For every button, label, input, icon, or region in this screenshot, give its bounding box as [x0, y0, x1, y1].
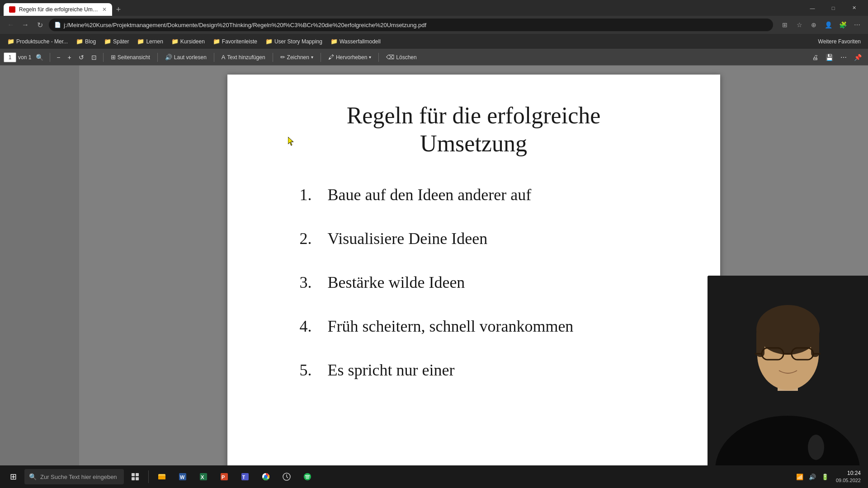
bookmark-kursideen[interactable]: 📁 Kursideen — [168, 36, 208, 47]
window-controls: — □ ✕ — [802, 0, 864, 16]
highlight-dropdown-icon: ▾ — [369, 55, 371, 60]
tray-network-icon[interactable]: 📶 — [794, 471, 805, 482]
tab-close-button[interactable]: ✕ — [102, 6, 107, 13]
bookmark-spaeter[interactable]: 📁 Später — [100, 36, 132, 47]
file-icon: 📄 — [54, 22, 61, 28]
bookmark-lernen[interactable]: 📁 Lernen — [133, 36, 166, 47]
list-item: 3. Bestärke wilde Ideen — [300, 273, 648, 292]
tray-volume-icon[interactable]: 🔊 — [807, 471, 818, 482]
svg-text:P: P — [222, 474, 225, 480]
separator — [103, 53, 104, 62]
pdf-list: 1. Baue auf den Ideen anderer auf 2. Vis… — [300, 185, 648, 380]
person-silhouette — [708, 276, 868, 465]
page-number-input[interactable] — [4, 52, 16, 62]
page-view-button[interactable]: ⊞ Seitenansicht — [107, 52, 154, 62]
taskbar-separator — [148, 470, 149, 483]
taskbar-excel-button[interactable]: X — [194, 467, 213, 486]
zoom-out-button[interactable]: − — [54, 53, 63, 62]
favorites-icon[interactable]: ☆ — [794, 21, 805, 28]
pdf-right-tools: 🖨 💾 ⋯ 📌 — [809, 53, 864, 62]
folder-icon: 📁 — [213, 38, 220, 45]
draw-icon: ✏ — [280, 54, 285, 61]
folder-icon: 📁 — [137, 38, 144, 45]
folder-icon: 📁 — [330, 38, 338, 45]
separator — [50, 53, 50, 62]
add-text-label: Text hinzufügen — [227, 54, 265, 61]
url-display: j:/Meine%20Kurse/Projektmanagement/Dokum… — [64, 22, 768, 28]
start-button[interactable]: ⊞ — [4, 467, 23, 486]
pdf-print-button[interactable]: 🖨 — [809, 53, 821, 62]
more-bookmarks-button[interactable]: Weitere Favoriten — [815, 37, 864, 47]
folder-icon: 📁 — [265, 38, 273, 45]
bookmark-user-story-mapping[interactable]: 📁 User Story Mapping — [262, 36, 326, 47]
system-clock[interactable]: 10:24 09.05.2022 — [832, 469, 864, 484]
maximize-button[interactable]: □ — [823, 0, 844, 16]
taskbar: ⊞ 🔍 Zur Suche Text hier eingeben W X P T… — [0, 465, 868, 488]
highlight-icon: 🖍 — [328, 54, 334, 61]
add-text-button[interactable]: A Text hinzufügen — [218, 52, 269, 62]
bookmark-blog[interactable]: 📁 Blog — [72, 36, 99, 47]
taskbar-ppt-button[interactable]: P — [215, 467, 234, 486]
bookmark-wasserfallmodell[interactable]: 📁 Wasserfallmodell — [327, 36, 384, 47]
pdf-search-button[interactable]: 🔍 — [33, 53, 46, 62]
browser-chrome: Regeln für die erfolgreiche Ums... ✕ + —… — [0, 0, 868, 66]
clock-time: 10:24 — [836, 469, 861, 477]
reload-button[interactable]: ↻ — [34, 21, 45, 29]
taskbar-explorer-button[interactable] — [152, 467, 171, 486]
pdf-save-button[interactable]: 💾 — [823, 53, 836, 62]
svg-text:T: T — [242, 475, 245, 480]
tab-favicon — [9, 6, 15, 13]
reader-mode-icon[interactable]: ⊞ — [779, 21, 790, 28]
close-button[interactable]: ✕ — [844, 0, 864, 16]
address-box[interactable]: 📄 j:/Meine%20Kurse/Projektmanagement/Dok… — [49, 19, 773, 31]
draw-button[interactable]: ✏ Zeichnen ▾ — [277, 52, 317, 62]
bookmark-produktsuche[interactable]: 📁 Produktsuche - Mer... — [4, 36, 71, 47]
profile-icon[interactable]: 👤 — [823, 21, 834, 28]
taskbar-teams-button[interactable]: T — [236, 467, 255, 486]
erase-label: Löschen — [396, 54, 416, 61]
svg-point-13 — [808, 435, 824, 460]
svg-point-5 — [756, 305, 820, 355]
svg-line-33 — [287, 477, 288, 478]
zoom-in-button[interactable]: + — [65, 53, 74, 62]
windows-icon: ⊞ — [10, 472, 17, 482]
taskbar-word-button[interactable]: W — [173, 467, 192, 486]
forward-button[interactable]: → — [20, 21, 31, 29]
taskbar-chrome-button[interactable] — [256, 467, 275, 486]
taskbar-clock-button[interactable] — [277, 467, 296, 486]
separator — [273, 53, 273, 62]
extensions-icon[interactable]: 🧩 — [837, 21, 848, 28]
separator — [157, 53, 158, 62]
read-aloud-icon: 🔊 — [165, 54, 172, 61]
active-tab[interactable]: Regeln für die erfolgreiche Ums... ✕ — [4, 3, 112, 16]
more-tools-icon[interactable]: ⋯ — [852, 21, 863, 28]
title-bar: Regeln für die erfolgreiche Ums... ✕ + —… — [0, 0, 868, 16]
item-number: 5. — [300, 361, 322, 380]
taskbar-search[interactable]: 🔍 Zur Suche Text hier eingeben — [24, 469, 124, 484]
tray-battery-icon[interactable]: 🔋 — [820, 471, 830, 482]
collections-icon[interactable]: ⊕ — [808, 21, 819, 28]
task-view-button[interactable] — [126, 467, 145, 486]
highlight-button[interactable]: 🖍 Hervorheben ▾ — [325, 52, 375, 62]
bookmark-label: Favoritenleiste — [222, 38, 257, 45]
pdf-pin-button[interactable]: 📌 — [851, 53, 864, 62]
search-icon: 🔍 — [29, 473, 37, 480]
folder-icon: 📁 — [171, 38, 179, 45]
bookmark-label: Produktsuche - Mer... — [16, 38, 68, 45]
erase-button[interactable]: ⌫ Löschen — [382, 52, 420, 62]
svg-text:X: X — [201, 474, 204, 480]
taskbar-spotify-button[interactable] — [298, 467, 317, 486]
tab-bar: Regeln für die erfolgreiche Ums... ✕ + — [4, 0, 125, 16]
new-tab-button[interactable]: + — [112, 3, 125, 16]
pdf-more-button[interactable]: ⋯ — [838, 53, 849, 62]
zoom-reset-button[interactable]: ↺ — [76, 53, 87, 62]
svg-rect-15 — [136, 473, 139, 476]
bookmark-favoritenleiste[interactable]: 📁 Favoritenleiste — [209, 36, 261, 47]
minimize-button[interactable]: — — [802, 0, 823, 16]
address-bar: ← → ↻ 📄 j:/Meine%20Kurse/Projektmanageme… — [0, 16, 868, 34]
browser-toolbar-icons: ⊞ ☆ ⊕ 👤 🧩 ⋯ — [779, 21, 863, 28]
back-button[interactable]: ← — [5, 21, 16, 29]
read-aloud-button[interactable]: 🔊 Laut vorlesen — [161, 52, 210, 62]
svg-rect-16 — [132, 477, 135, 480]
fit-page-button[interactable]: ⊡ — [89, 53, 99, 62]
